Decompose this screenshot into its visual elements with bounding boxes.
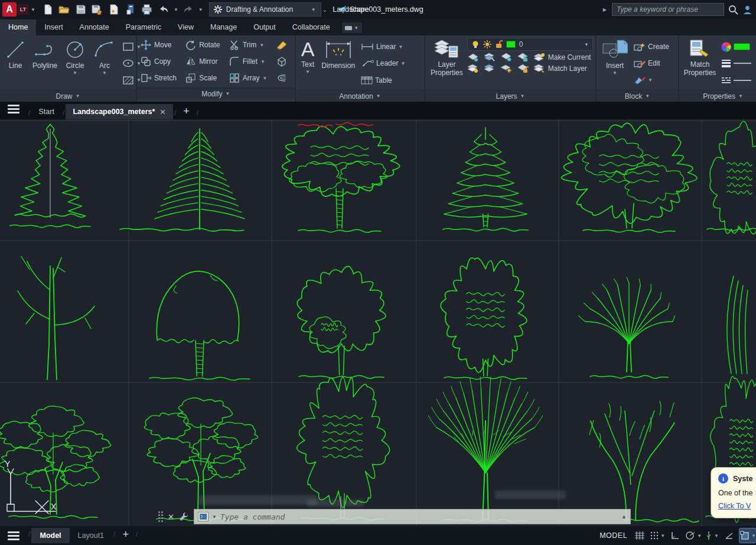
ribbon-options-button[interactable]: ▼ <box>342 22 362 33</box>
polyline-button[interactable]: Polyline <box>30 37 60 90</box>
block-attributes-button[interactable]: ▼ <box>632 73 676 88</box>
chevron-down-icon[interactable]: ▼ <box>212 514 217 520</box>
redo-button[interactable] <box>181 2 196 17</box>
layer-thaw-icon[interactable] <box>500 64 512 73</box>
tab-view[interactable]: View <box>170 20 202 35</box>
tab-annotate[interactable]: Annotate <box>71 20 118 35</box>
tab-parametric[interactable]: Parametric <box>118 20 170 35</box>
account-icon[interactable] <box>742 5 752 15</box>
share-button[interactable]: Share <box>337 5 369 14</box>
search-expand-icon[interactable]: ▶ <box>603 7 607 12</box>
app-menu-button[interactable]: A LT ▼ <box>2 2 37 17</box>
snap-mode-toggle[interactable]: ▼ <box>650 528 665 543</box>
rotate-button[interactable]: Rotate <box>185 40 223 50</box>
object-snap-toggle[interactable] <box>722 528 737 543</box>
workspace-dropdown[interactable]: Drafting & Annotation ▼ <box>209 2 321 17</box>
mirror-button[interactable]: Mirror <box>185 56 223 67</box>
array-button[interactable]: Array▼ <box>229 73 271 83</box>
close-tab-icon[interactable]: ✕ <box>159 108 165 116</box>
command-expand-icon[interactable]: ▲ <box>621 514 627 520</box>
search-icon[interactable] <box>728 5 738 15</box>
ortho-mode-toggle[interactable] <box>667 528 683 543</box>
block-panel-label[interactable]: Block▼ <box>597 90 678 102</box>
arc-button[interactable]: Arc ▼ <box>90 37 119 90</box>
stretch-button[interactable]: Stretch <box>141 73 180 83</box>
leader-button[interactable]: Leader▼ <box>359 56 413 71</box>
layer-unisolate-icon[interactable] <box>484 64 496 73</box>
dynamic-input-toggle[interactable]: ▼ <box>739 528 756 543</box>
text-button[interactable]: A Text ▼ <box>298 37 318 90</box>
print-button[interactable] <box>139 2 155 17</box>
undo-dropdown[interactable]: ▼ <box>174 7 178 12</box>
scale-button[interactable]: Scale <box>185 73 223 83</box>
chevron-down-icon[interactable]: ▼ <box>612 70 617 76</box>
command-history-icon[interactable] <box>198 512 208 521</box>
trim-button[interactable]: Trim▼ <box>229 40 271 50</box>
tab-start[interactable]: Start <box>31 104 61 119</box>
create-block-button[interactable]: Create <box>632 39 676 54</box>
linear-button[interactable]: Linear▼ <box>359 39 413 54</box>
layout1-tab[interactable]: Layout1 <box>70 528 112 543</box>
polar-tracking-toggle[interactable]: ▼ <box>685 528 702 543</box>
command-drag-handle[interactable] <box>158 511 163 522</box>
tab-manage[interactable]: Manage <box>202 20 245 35</box>
insert-button[interactable]: Insert ▼ <box>599 37 631 90</box>
layer-unlock-tool-icon[interactable] <box>517 64 529 73</box>
modify-panel-label[interactable]: Modify▼ <box>137 87 295 99</box>
search-input[interactable]: Type a keyword or phrase <box>612 3 724 16</box>
layers-panel-label[interactable]: Layers▼ <box>425 90 595 102</box>
line-button[interactable]: Line <box>2 37 28 90</box>
circle-button[interactable]: Circle ▼ <box>61 37 89 90</box>
notification-link[interactable]: Click To V <box>718 502 756 510</box>
close-command-icon[interactable]: ✕ <box>168 512 174 521</box>
model-tab[interactable]: Model <box>31 528 69 543</box>
layer-properties-button[interactable]: Layer Properties <box>428 37 466 90</box>
layer-freeze-icon[interactable] <box>500 53 512 62</box>
drawing-canvas[interactable]: YX <box>0 119 756 526</box>
redo-dropdown[interactable]: ▼ <box>198 7 203 12</box>
layer-on-icon[interactable] <box>467 64 479 73</box>
properties-panel-label[interactable]: Properties▼ <box>679 90 756 102</box>
explode-button[interactable] <box>276 56 291 67</box>
command-input[interactable]: ▼ Type a command ▲ <box>194 509 631 524</box>
model-space-indicator[interactable]: MODEL <box>599 531 627 540</box>
tab-home[interactable]: Home <box>0 20 36 35</box>
tab-output[interactable]: Output <box>245 20 284 35</box>
undo-button[interactable] <box>156 2 171 17</box>
match-layer-button[interactable]: Match Layer <box>533 64 587 73</box>
open-button[interactable] <box>57 2 72 17</box>
linetype-dropdown[interactable] <box>719 73 756 88</box>
object-snap-tracking-toggle[interactable]: ▼ <box>704 528 719 543</box>
chevron-down-icon[interactable]: ▼ <box>305 69 310 74</box>
dimension-button[interactable]: Dimension <box>318 37 358 90</box>
make-current-button[interactable]: Make Current <box>533 53 591 62</box>
layout-menu-button[interactable] <box>0 527 27 544</box>
customize-wrench-icon[interactable] <box>179 512 189 521</box>
layer-off-icon[interactable] <box>467 53 479 62</box>
layer-lock-icon[interactable] <box>517 53 529 62</box>
table-button[interactable]: Table <box>359 73 413 88</box>
file-tabs-menu-button[interactable] <box>0 102 27 119</box>
export-button[interactable] <box>106 2 122 17</box>
object-color-dropdown[interactable] <box>719 39 756 54</box>
draw-panel-label[interactable]: Draw▼ <box>0 90 136 102</box>
new-layout-button[interactable]: + <box>117 528 135 543</box>
move-button[interactable]: Move <box>141 40 180 50</box>
annotation-panel-label[interactable]: Annotation▼ <box>296 90 424 102</box>
erase-button[interactable] <box>276 40 291 50</box>
new-file-button[interactable] <box>40 2 56 17</box>
grid-display-toggle[interactable] <box>632 528 647 543</box>
lineweight-dropdown[interactable] <box>719 56 756 71</box>
fillet-button[interactable]: Fillet▼ <box>229 56 271 67</box>
layer-select-dropdown[interactable]: 0 ▼ <box>467 38 593 51</box>
copy-button[interactable]: Copy <box>141 56 180 67</box>
system-notification-popup[interactable]: i Syste One of the Click To V <box>711 467 756 518</box>
chevron-down-icon[interactable]: ▼ <box>102 70 107 76</box>
save-button[interactable] <box>73 2 89 17</box>
save-as-button[interactable] <box>90 2 105 17</box>
qat-customize-icon[interactable]: ⌄ <box>322 7 327 13</box>
tab-drawing[interactable]: Landscape003_meters* ✕ <box>66 104 172 119</box>
tab-collaborate[interactable]: Collaborate <box>284 20 338 35</box>
layer-isolate-icon[interactable] <box>484 53 496 62</box>
match-properties-button[interactable]: Match Properties <box>682 37 718 90</box>
